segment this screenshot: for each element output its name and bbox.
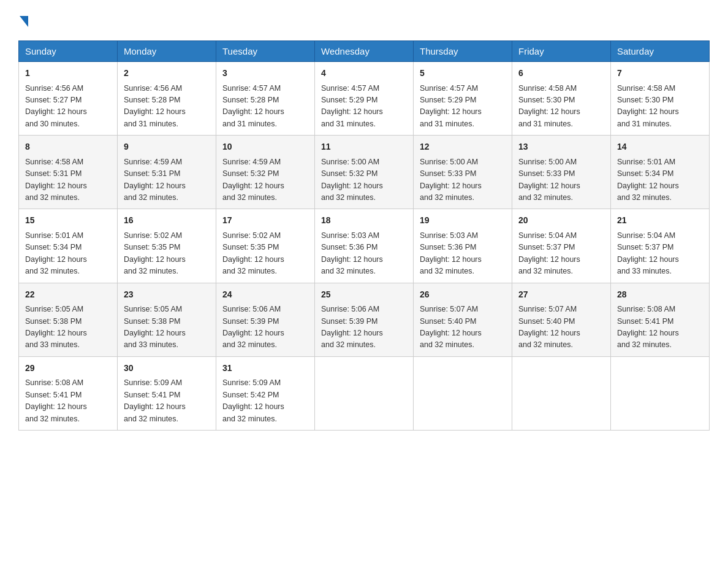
day-info: Sunrise: 4:57 AMSunset: 5:28 PMDaylight:… (222, 84, 284, 128)
day-info: Sunrise: 5:00 AMSunset: 5:32 PMDaylight:… (321, 158, 383, 202)
day-number: 1 (25, 67, 111, 80)
day-number: 9 (124, 140, 210, 154)
day-info: Sunrise: 5:00 AMSunset: 5:33 PMDaylight:… (518, 158, 580, 202)
calendar-cell (414, 356, 512, 430)
calendar-cell: 14Sunrise: 5:01 AMSunset: 5:34 PMDayligh… (611, 136, 710, 209)
calendar-cell: 1Sunrise: 4:56 AMSunset: 5:27 PMDaylight… (19, 62, 118, 136)
day-info: Sunrise: 4:59 AMSunset: 5:31 PMDaylight:… (124, 158, 186, 202)
header-cell-friday: Friday (512, 41, 611, 62)
header-cell-sunday: Sunday (19, 41, 118, 62)
calendar-cell: 28Sunrise: 5:08 AMSunset: 5:41 PMDayligh… (611, 283, 710, 356)
day-number: 24 (222, 288, 308, 302)
day-number: 15 (25, 214, 111, 228)
day-info: Sunrise: 5:03 AMSunset: 5:36 PMDaylight:… (321, 231, 383, 275)
calendar-body: 1Sunrise: 4:56 AMSunset: 5:27 PMDaylight… (19, 62, 710, 431)
day-info: Sunrise: 4:57 AMSunset: 5:29 PMDaylight:… (321, 84, 383, 128)
header-cell-wednesday: Wednesday (315, 41, 414, 62)
calendar-cell: 2Sunrise: 4:56 AMSunset: 5:28 PMDaylight… (118, 62, 216, 136)
day-number: 2 (124, 67, 210, 80)
calendar-cell: 6Sunrise: 4:58 AMSunset: 5:30 PMDaylight… (512, 62, 611, 136)
calendar-cell: 11Sunrise: 5:00 AMSunset: 5:32 PMDayligh… (315, 136, 414, 209)
calendar-week-row: 15Sunrise: 5:01 AMSunset: 5:34 PMDayligh… (19, 209, 710, 283)
day-number: 29 (25, 362, 111, 375)
day-number: 16 (124, 214, 210, 228)
day-number: 20 (518, 214, 604, 228)
calendar-cell: 13Sunrise: 5:00 AMSunset: 5:33 PMDayligh… (512, 136, 611, 209)
header-cell-thursday: Thursday (414, 41, 512, 62)
header-cell-monday: Monday (118, 41, 216, 62)
calendar-header: SundayMondayTuesdayWednesdayThursdayFrid… (19, 41, 710, 62)
day-number: 27 (518, 288, 604, 302)
calendar-week-row: 22Sunrise: 5:05 AMSunset: 5:38 PMDayligh… (19, 283, 710, 356)
calendar-cell: 25Sunrise: 5:06 AMSunset: 5:39 PMDayligh… (315, 283, 414, 356)
day-info: Sunrise: 5:04 AMSunset: 5:37 PMDaylight:… (518, 231, 580, 275)
day-number: 18 (321, 214, 407, 228)
calendar-cell: 26Sunrise: 5:07 AMSunset: 5:40 PMDayligh… (414, 283, 512, 356)
calendar-cell: 24Sunrise: 5:06 AMSunset: 5:39 PMDayligh… (216, 283, 315, 356)
day-number: 3 (222, 67, 308, 80)
calendar-cell: 3Sunrise: 4:57 AMSunset: 5:28 PMDaylight… (216, 62, 315, 136)
day-number: 26 (420, 288, 506, 302)
day-info: Sunrise: 5:07 AMSunset: 5:40 PMDaylight:… (518, 305, 580, 349)
calendar-cell: 4Sunrise: 4:57 AMSunset: 5:29 PMDaylight… (315, 62, 414, 136)
day-info: Sunrise: 5:09 AMSunset: 5:41 PMDaylight:… (124, 378, 186, 423)
day-info: Sunrise: 4:58 AMSunset: 5:30 PMDaylight:… (518, 84, 580, 128)
day-number: 4 (321, 67, 407, 80)
calendar-cell: 15Sunrise: 5:01 AMSunset: 5:34 PMDayligh… (19, 209, 118, 283)
day-info: Sunrise: 4:57 AMSunset: 5:29 PMDaylight:… (420, 84, 482, 128)
header-cell-tuesday: Tuesday (216, 41, 315, 62)
calendar-cell: 27Sunrise: 5:07 AMSunset: 5:40 PMDayligh… (512, 283, 611, 356)
day-info: Sunrise: 5:01 AMSunset: 5:34 PMDaylight:… (617, 158, 679, 202)
day-info: Sunrise: 5:08 AMSunset: 5:41 PMDaylight:… (25, 378, 87, 423)
day-info: Sunrise: 5:05 AMSunset: 5:38 PMDaylight:… (25, 305, 87, 349)
logo-text (18, 12, 28, 29)
day-info: Sunrise: 5:07 AMSunset: 5:40 PMDaylight:… (420, 305, 482, 349)
day-info: Sunrise: 4:56 AMSunset: 5:28 PMDaylight:… (124, 84, 186, 128)
calendar-cell (512, 356, 611, 430)
calendar-cell (315, 356, 414, 430)
calendar-cell: 20Sunrise: 5:04 AMSunset: 5:37 PMDayligh… (512, 209, 611, 283)
day-number: 31 (222, 362, 308, 375)
day-info: Sunrise: 4:58 AMSunset: 5:30 PMDaylight:… (617, 84, 679, 128)
day-number: 12 (420, 140, 506, 154)
calendar-cell: 9Sunrise: 4:59 AMSunset: 5:31 PMDaylight… (118, 136, 216, 209)
calendar-week-row: 29Sunrise: 5:08 AMSunset: 5:41 PMDayligh… (19, 356, 710, 430)
calendar-cell: 23Sunrise: 5:05 AMSunset: 5:38 PMDayligh… (118, 283, 216, 356)
day-info: Sunrise: 5:08 AMSunset: 5:41 PMDaylight:… (617, 305, 679, 349)
page-header (18, 12, 710, 29)
calendar-cell: 22Sunrise: 5:05 AMSunset: 5:38 PMDayligh… (19, 283, 118, 356)
calendar-cell: 12Sunrise: 5:00 AMSunset: 5:33 PMDayligh… (414, 136, 512, 209)
day-number: 17 (222, 214, 308, 228)
calendar-cell: 17Sunrise: 5:02 AMSunset: 5:35 PMDayligh… (216, 209, 315, 283)
calendar-cell: 19Sunrise: 5:03 AMSunset: 5:36 PMDayligh… (414, 209, 512, 283)
day-info: Sunrise: 5:06 AMSunset: 5:39 PMDaylight:… (321, 305, 383, 349)
day-number: 14 (617, 140, 703, 154)
day-number: 10 (222, 140, 308, 154)
calendar-cell: 5Sunrise: 4:57 AMSunset: 5:29 PMDaylight… (414, 62, 512, 136)
day-info: Sunrise: 4:59 AMSunset: 5:32 PMDaylight:… (222, 158, 284, 202)
calendar-cell (611, 356, 710, 430)
day-number: 19 (420, 214, 506, 228)
day-info: Sunrise: 5:00 AMSunset: 5:33 PMDaylight:… (420, 158, 482, 202)
day-number: 25 (321, 288, 407, 302)
day-info: Sunrise: 5:03 AMSunset: 5:36 PMDaylight:… (420, 231, 482, 275)
logo (18, 12, 28, 29)
header-row: SundayMondayTuesdayWednesdayThursdayFrid… (19, 41, 710, 62)
day-info: Sunrise: 4:58 AMSunset: 5:31 PMDaylight:… (25, 158, 87, 202)
day-number: 30 (124, 362, 210, 375)
calendar-cell: 10Sunrise: 4:59 AMSunset: 5:32 PMDayligh… (216, 136, 315, 209)
day-info: Sunrise: 5:02 AMSunset: 5:35 PMDaylight:… (222, 231, 284, 275)
calendar-week-row: 1Sunrise: 4:56 AMSunset: 5:27 PMDaylight… (19, 62, 710, 136)
day-number: 5 (420, 67, 506, 80)
calendar-cell: 31Sunrise: 5:09 AMSunset: 5:42 PMDayligh… (216, 356, 315, 430)
day-number: 11 (321, 140, 407, 154)
calendar-week-row: 8Sunrise: 4:58 AMSunset: 5:31 PMDaylight… (19, 136, 710, 209)
day-info: Sunrise: 5:06 AMSunset: 5:39 PMDaylight:… (222, 305, 284, 349)
day-number: 28 (617, 288, 703, 302)
header-cell-saturday: Saturday (611, 41, 710, 62)
calendar-cell: 29Sunrise: 5:08 AMSunset: 5:41 PMDayligh… (19, 356, 118, 430)
calendar-cell: 16Sunrise: 5:02 AMSunset: 5:35 PMDayligh… (118, 209, 216, 283)
day-info: Sunrise: 5:09 AMSunset: 5:42 PMDaylight:… (222, 378, 284, 423)
calendar-cell: 8Sunrise: 4:58 AMSunset: 5:31 PMDaylight… (19, 136, 118, 209)
calendar-cell: 7Sunrise: 4:58 AMSunset: 5:30 PMDaylight… (611, 62, 710, 136)
